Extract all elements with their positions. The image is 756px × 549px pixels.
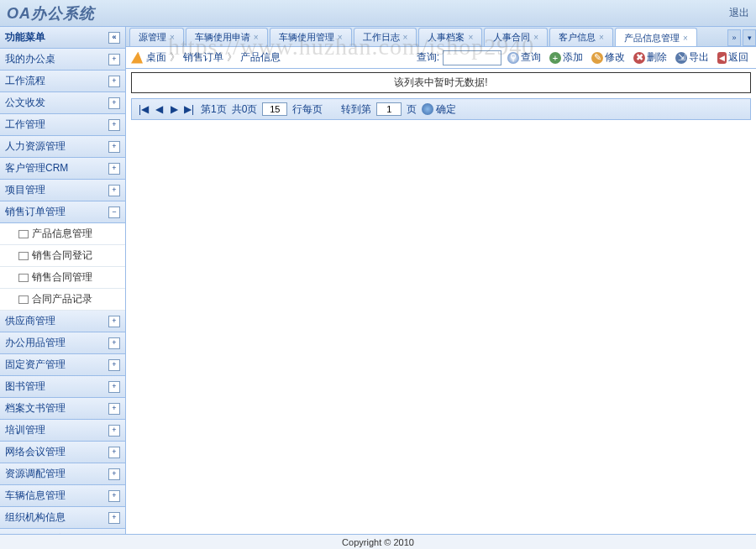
expand-icon[interactable]: +	[108, 425, 120, 437]
app-logo: OA办公系统	[7, 3, 95, 24]
sidebar-item[interactable]: 人力资源管理+	[0, 136, 125, 158]
tab[interactable]: 人事档案×	[418, 28, 482, 46]
expand-icon[interactable]: +	[108, 359, 120, 371]
collapse-icon[interactable]: −	[108, 207, 120, 218]
sidebar-subitem[interactable]: 销售合同登记	[0, 245, 125, 267]
desktop-icon	[131, 52, 143, 64]
add-icon: +	[549, 52, 561, 64]
breadcrumb-root[interactable]: 桌面	[146, 50, 166, 65]
edit-button[interactable]: ✎修改	[589, 49, 627, 66]
expand-icon[interactable]: +	[108, 76, 120, 87]
pager-goto-label: 转到第	[341, 102, 371, 117]
page-icon	[18, 274, 29, 282]
sidebar-item[interactable]: 车辆信息管理+	[0, 485, 125, 507]
add-button[interactable]: +添加	[547, 49, 585, 66]
search-label: 查询:	[417, 50, 439, 65]
edit-icon: ✎	[591, 52, 603, 64]
tab[interactable]: 客户信息×	[549, 28, 613, 46]
sidebar-item[interactable]: 公文收发+	[0, 92, 125, 114]
sidebar-item[interactable]: 工作流程+	[0, 71, 125, 92]
pager-confirm-button[interactable]: 确定	[422, 102, 456, 117]
pager-unit-label: 页	[407, 102, 417, 117]
sidebar-item[interactable]: 项目管理+	[0, 180, 125, 201]
sidebar-title: 功能菜单 «	[0, 27, 125, 49]
expand-icon[interactable]: +	[108, 381, 120, 393]
search-button[interactable]: ⚲查询	[505, 49, 543, 66]
sidebar-item[interactable]: 供应商管理+	[0, 311, 125, 332]
sidebar: 功能菜单 « 我的办公桌+工作流程+公文收发+工作管理+人力资源管理+客户管理C…	[0, 27, 126, 534]
expand-icon[interactable]: +	[108, 490, 120, 502]
expand-icon[interactable]: +	[108, 403, 120, 415]
toolbar: 桌面 》 销售订单 》 产品信息 查询: ⚲查询 +添加 ✎修改 ✖删除 ⇲导出…	[126, 47, 756, 69]
expand-icon[interactable]: +	[108, 185, 120, 196]
expand-icon[interactable]: +	[108, 97, 120, 109]
expand-icon[interactable]: +	[108, 163, 120, 175]
main-panel: 源管理×车辆使用申请×车辆使用管理×工作日志×人事档案×人事合同×客户信息×产品…	[126, 27, 756, 534]
expand-icon[interactable]: +	[108, 316, 120, 327]
search-icon: ⚲	[507, 52, 519, 64]
pager-last-icon[interactable]: ▶|	[182, 102, 196, 116]
search-input[interactable]	[443, 50, 501, 65]
back-button[interactable]: ◀返回	[715, 49, 751, 66]
sidebar-item[interactable]: 资源调配管理+	[0, 463, 125, 485]
close-icon[interactable]: ×	[170, 33, 175, 42]
breadcrumb-item[interactable]: 销售订单	[183, 50, 223, 65]
sidebar-item[interactable]: 档案文书管理+	[0, 398, 125, 420]
pager-total-label: 共0页	[232, 102, 258, 117]
expand-icon[interactable]: +	[108, 447, 120, 458]
page-size-input[interactable]	[262, 102, 287, 116]
sidebar-item[interactable]: 固定资产管理+	[0, 354, 125, 376]
goto-page-input[interactable]	[376, 102, 402, 116]
sidebar-item[interactable]: 组织机构信息+	[0, 507, 125, 529]
expand-icon[interactable]: +	[108, 54, 120, 65]
pager-page-label: 第1页	[201, 102, 227, 117]
page-icon	[18, 252, 29, 260]
sidebar-item[interactable]: 图书管理+	[0, 376, 125, 398]
close-icon[interactable]: ×	[533, 33, 538, 42]
expand-icon[interactable]: +	[108, 119, 120, 131]
export-button[interactable]: ⇲导出	[673, 49, 711, 66]
expand-icon[interactable]: +	[108, 141, 120, 153]
close-icon[interactable]: ×	[468, 33, 473, 42]
app-header: OA办公系统 退出	[0, 0, 756, 27]
breadcrumb-current: 产品信息	[240, 50, 281, 65]
pager-first-icon[interactable]: |◀	[137, 102, 150, 116]
collapse-icon[interactable]: «	[108, 32, 120, 44]
tab[interactable]: 源管理×	[129, 28, 184, 46]
pager-next-icon[interactable]: ▶	[167, 102, 181, 116]
expand-icon[interactable]: +	[108, 468, 120, 480]
sidebar-item[interactable]: 销售订单管理−	[0, 201, 125, 223]
close-icon[interactable]: ×	[403, 33, 408, 42]
tab[interactable]: 车辆使用管理×	[270, 28, 352, 46]
tab[interactable]: 人事合同×	[484, 28, 548, 46]
sidebar-item[interactable]: 培训管理+	[0, 420, 125, 442]
page-icon	[18, 295, 29, 304]
tab[interactable]: 车辆使用申请×	[186, 28, 268, 46]
sidebar-item[interactable]: 客户管理CRM+	[0, 158, 125, 180]
expand-icon[interactable]: +	[108, 512, 120, 524]
close-icon[interactable]: ×	[599, 33, 604, 42]
sidebar-item[interactable]: 网络会议管理+	[0, 442, 125, 463]
close-icon[interactable]: ×	[683, 34, 688, 43]
pager-prev-icon[interactable]: ◀	[152, 102, 165, 116]
tab-bar: 源管理×车辆使用申请×车辆使用管理×工作日志×人事档案×人事合同×客户信息×产品…	[126, 27, 756, 47]
tab-scroll-right-icon[interactable]: »	[727, 29, 741, 46]
exit-link[interactable]: 退出	[729, 6, 749, 20]
tab[interactable]: 工作日志×	[354, 28, 417, 46]
back-icon: ◀	[717, 52, 727, 64]
page-icon	[18, 230, 29, 238]
sidebar-item[interactable]: 工作管理+	[0, 114, 125, 136]
tab[interactable]: 产品信息管理×	[615, 28, 697, 46]
sidebar-subitem[interactable]: 产品信息管理	[0, 223, 125, 245]
delete-button[interactable]: ✖删除	[631, 49, 669, 66]
sidebar-item[interactable]: 办公用品管理+	[0, 332, 125, 354]
close-icon[interactable]: ×	[254, 33, 259, 42]
sidebar-item[interactable]: 我的办公桌+	[0, 49, 125, 71]
tab-menu-icon[interactable]: ▾	[743, 29, 756, 46]
expand-icon[interactable]: +	[108, 337, 120, 349]
close-icon[interactable]: ×	[338, 33, 343, 42]
pager: |◀ ◀ ▶ ▶| 第1页 共0页 行每页 转到第 页 确定	[131, 98, 751, 120]
sidebar-subitem[interactable]: 合同产品记录	[0, 289, 125, 311]
breadcrumb-sep: 》	[227, 50, 237, 65]
sidebar-subitem[interactable]: 销售合同管理	[0, 267, 125, 289]
